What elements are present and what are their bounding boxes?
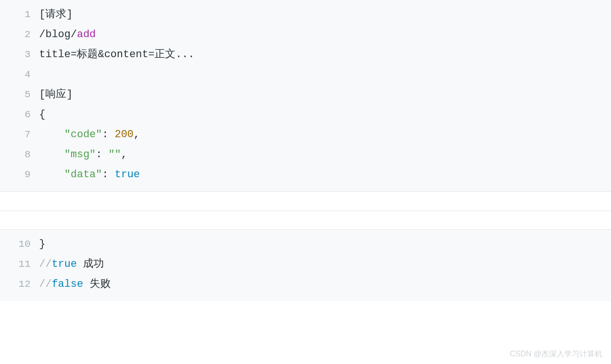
line-number: 5 (0, 85, 39, 105)
code-line: 3title=标题&content=正文... (0, 45, 611, 65)
watermark: CSDN @杰深入学习计算机 (510, 349, 602, 359)
line-content: [响应] (39, 85, 72, 105)
code-block-response: 10}11//true 成功12//false 失败 (0, 230, 611, 301)
line-number: 1 (0, 5, 39, 25)
code-line: 1[请求] (0, 5, 611, 25)
block-divider (0, 192, 611, 230)
line-content: "data": true (39, 165, 140, 185)
code-line: 11//true 成功 (0, 254, 611, 274)
line-content: "msg": "", (39, 145, 127, 165)
line-number: 6 (0, 105, 39, 125)
line-number: 3 (0, 45, 39, 65)
line-content: { (39, 105, 45, 125)
line-number: 8 (0, 145, 39, 165)
code-line: 10} (0, 234, 611, 254)
code-line: 12//false 失败 (0, 274, 611, 294)
line-number: 9 (0, 165, 39, 185)
code-block-request: 1[请求]2/blog/add3title=标题&content=正文...45… (0, 0, 611, 192)
code-line: 9 "data": true (0, 165, 611, 185)
code-line: 5[响应] (0, 85, 611, 105)
line-content: "code": 200, (39, 125, 140, 145)
line-content: //false 失败 (39, 274, 111, 294)
code-line: 4 (0, 65, 611, 85)
line-number: 11 (0, 254, 39, 274)
line-content: [请求] (39, 5, 72, 25)
line-number: 7 (0, 125, 39, 145)
line-number: 2 (0, 25, 39, 45)
line-content: title=标题&content=正文... (39, 45, 195, 65)
code-line: 8 "msg": "", (0, 145, 611, 165)
line-number: 4 (0, 65, 39, 85)
line-number: 12 (0, 274, 39, 294)
code-line: 2/blog/add (0, 25, 611, 45)
line-content: //true 成功 (39, 254, 104, 274)
code-line: 7 "code": 200, (0, 125, 611, 145)
code-line: 6{ (0, 105, 611, 125)
line-number: 10 (0, 234, 39, 254)
line-content: } (39, 234, 45, 254)
line-content: /blog/add (39, 25, 96, 45)
